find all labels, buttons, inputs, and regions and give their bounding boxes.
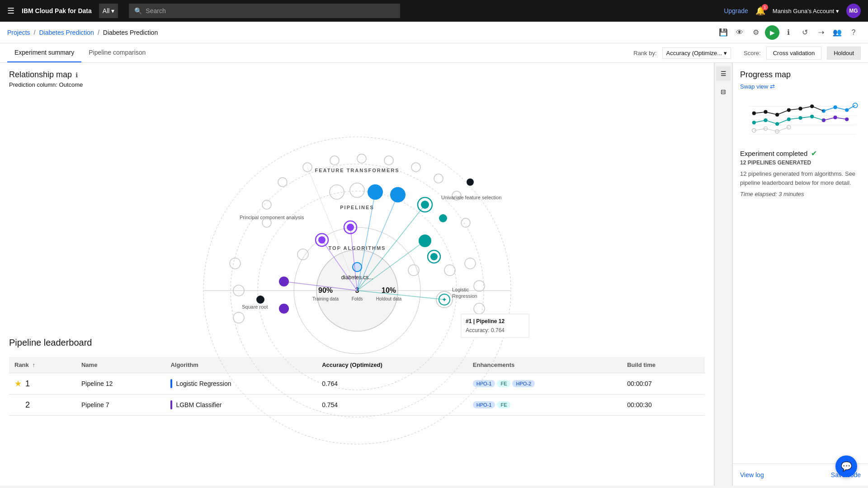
info-button[interactable]: ℹ xyxy=(781,25,796,40)
breadcrumb-sep-1: / xyxy=(34,29,36,36)
algo-empty-2[interactable] xyxy=(408,265,419,276)
check-icon: ✔ xyxy=(811,149,817,158)
node-outer-10[interactable] xyxy=(461,218,470,227)
pipeline-empty-1[interactable] xyxy=(350,183,364,197)
leaderboard: Pipeline leaderboard Rank ↑ Name Algorit… xyxy=(0,327,714,416)
history-button[interactable]: ↺ xyxy=(797,25,812,40)
algo-name-1: Logistic Regression xyxy=(176,380,231,387)
left-panel: Relationship map ℹ Prediction column: Ou… xyxy=(0,63,714,486)
annotation-pca: Principal component analysis xyxy=(240,215,304,220)
algo-empty-3[interactable] xyxy=(444,265,455,276)
pipelines-label: PIPELINES xyxy=(340,205,374,210)
side-tab-filter[interactable]: ⊟ xyxy=(716,84,731,99)
svg-line-48 xyxy=(824,107,835,111)
share-button[interactable]: ⇢ xyxy=(814,25,828,40)
node-filled-black-1[interactable] xyxy=(467,178,474,186)
col-algorithm: Algorithm xyxy=(165,357,316,373)
svg-line-27 xyxy=(754,112,766,113)
rank-number-1: 1 xyxy=(25,379,30,389)
notifications-button[interactable]: 🔔 1 xyxy=(755,6,765,16)
tab-pipeline-comparison[interactable]: Pipeline comparison xyxy=(81,43,153,62)
rank-by-value: Accuracy (Optimize... xyxy=(666,50,722,56)
relationship-map-svg: FEATURE TRANSFORMERS PIPELINES TOP ALGOR… xyxy=(172,92,542,327)
algo-purple-filled-2[interactable] xyxy=(279,304,289,314)
annotation-univariate: Univariate feature selection xyxy=(441,195,501,200)
svg-line-42 xyxy=(801,117,812,118)
rank-by-label: Rank by: xyxy=(633,50,656,56)
breadcrumb-actions: 💾 👁 ⚙ ▶ ℹ ↺ ⇢ 👥 ? xyxy=(716,25,861,40)
table-header-row: Rank ↑ Name Algorithm Accuracy (Optimize… xyxy=(9,357,705,373)
name-cell-2: Pipeline 7 xyxy=(76,394,165,416)
badge-hpo1: HPO-1 xyxy=(473,380,495,387)
score-label: Score: xyxy=(744,50,761,56)
settings-button[interactable]: ⚙ xyxy=(749,25,763,40)
avatar[interactable]: MG xyxy=(846,4,861,18)
algo-empty-4[interactable] xyxy=(465,258,476,269)
node-outer-7[interactable] xyxy=(278,178,287,187)
breadcrumb-diabetes[interactable]: Diabetes Prediction xyxy=(39,29,94,36)
svg-point-46 xyxy=(853,103,858,108)
relationship-map-info-icon[interactable]: ℹ xyxy=(75,71,78,79)
top-nav: ☰ IBM Cloud Pak for Data All ▾ 🔍 Upgrade… xyxy=(0,0,868,22)
col-accuracy: Accuracy (Optimized) xyxy=(316,357,467,373)
prediction-col-value: Outcome xyxy=(59,81,83,88)
swap-view-button[interactable]: Swap view ⇄ xyxy=(740,83,861,90)
cross-validation-button[interactable]: Cross validation xyxy=(766,47,822,60)
node-outer-5[interactable] xyxy=(411,163,420,172)
node-outer-2[interactable] xyxy=(330,156,339,165)
view-button[interactable]: 👁 xyxy=(732,25,747,40)
hamburger-icon[interactable]: ☰ xyxy=(7,6,14,16)
upgrade-button[interactable]: Upgrade xyxy=(724,7,748,14)
breadcrumb-projects[interactable]: Projects xyxy=(7,29,30,36)
algo-empty-5[interactable] xyxy=(474,281,485,291)
rank-number-2: 2 xyxy=(25,400,30,410)
save-button[interactable]: 💾 xyxy=(716,25,731,40)
center-file: diabetes.cs... xyxy=(341,274,373,281)
node-outer-9[interactable] xyxy=(262,200,271,209)
search-bar[interactable]: 🔍 xyxy=(129,4,400,18)
center-training-label: Training data xyxy=(312,296,339,301)
center-holdout-label: Holdout data xyxy=(376,296,401,301)
user-menu[interactable]: Manish Guna's Account ▾ xyxy=(773,8,839,14)
col-build-time: Build time xyxy=(622,357,705,373)
search-input[interactable] xyxy=(146,7,395,14)
people-button[interactable]: 👥 xyxy=(830,25,844,40)
swap-view-label: Swap view xyxy=(740,83,768,90)
experiment-description: 12 pipelines generated from algorithms. … xyxy=(740,169,861,187)
algo-teal-inner[interactable] xyxy=(430,253,438,260)
pipeline-empty-2[interactable] xyxy=(330,185,344,199)
tab-experiment-summary[interactable]: Experiment summary xyxy=(7,43,81,62)
svg-rect-7 xyxy=(461,314,529,338)
annotation-logistic-label2: Regression xyxy=(452,293,477,299)
rank-by-select[interactable]: Accuracy (Optimize... ▾ xyxy=(662,47,731,59)
breadcrumb-sep-2: / xyxy=(98,29,99,36)
name-cell-1: Pipeline 12 xyxy=(76,373,165,394)
help-button[interactable]: ? xyxy=(846,25,861,40)
node-outer-3[interactable] xyxy=(357,154,366,163)
breadcrumb-bar: Projects / Diabetes Prediction / Diabete… xyxy=(0,22,868,43)
svg-line-41 xyxy=(789,118,801,119)
nav-filter[interactable]: All ▾ xyxy=(99,4,118,18)
search-icon: 🔍 xyxy=(134,7,142,14)
holdout-button[interactable]: Holdout xyxy=(827,47,861,60)
svg-line-31 xyxy=(801,106,812,108)
pipeline-teal-2[interactable] xyxy=(439,214,447,222)
algo-empty-6[interactable] xyxy=(474,303,485,314)
side-tab-list[interactable]: ☰ xyxy=(716,66,731,81)
chat-fab-button[interactable]: 💬 xyxy=(835,455,857,477)
node-sqroot-black[interactable] xyxy=(256,296,264,304)
enhancements-cell-1: HPO-1 FE HPO-2 xyxy=(467,373,622,394)
algo-empty-7[interactable] xyxy=(230,258,241,269)
enhancements-cell-2: HPO-1 FE xyxy=(467,394,622,416)
algo-empty-9[interactable] xyxy=(233,312,244,323)
sort-rank-icon[interactable]: ↑ xyxy=(32,361,35,368)
rank-score-bar: Rank by: Accuracy (Optimize... ▾ Score: … xyxy=(633,47,861,60)
node-outer-6[interactable] xyxy=(434,174,443,183)
algo-cell-2: LGBM Classifier xyxy=(165,394,316,416)
badge-hpo3: HPO-1 xyxy=(473,401,495,408)
svg-line-30 xyxy=(789,108,801,110)
node-outer-4[interactable] xyxy=(384,156,393,165)
view-log-button[interactable]: View log xyxy=(740,471,764,479)
app-title: IBM Cloud Pak for Data xyxy=(22,7,92,14)
run-button[interactable]: ▶ xyxy=(765,25,779,40)
